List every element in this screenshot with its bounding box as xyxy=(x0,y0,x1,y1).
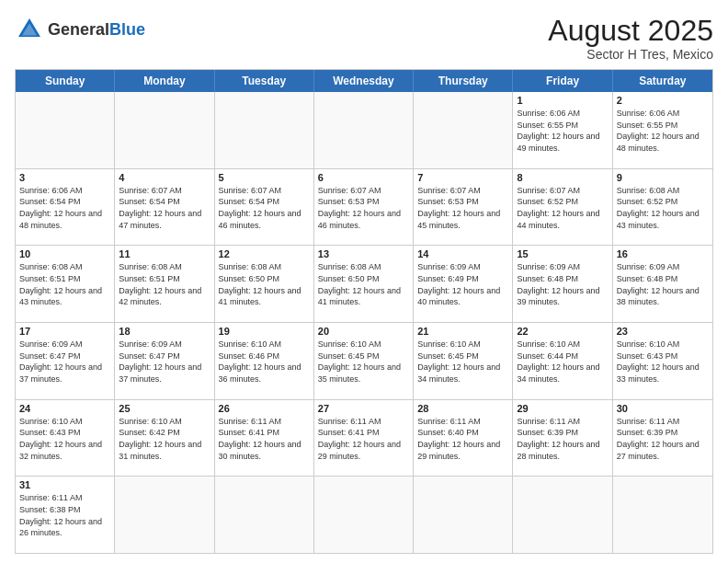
calendar-cell: 10Sunrise: 6:08 AM Sunset: 6:51 PM Dayli… xyxy=(16,246,115,322)
header-day-saturday: Saturday xyxy=(613,70,712,92)
calendar-cell xyxy=(414,477,513,553)
calendar-cell xyxy=(215,92,314,168)
day-number: 23 xyxy=(617,326,709,337)
logo-icon xyxy=(15,15,44,44)
logo-text-general: General xyxy=(48,20,109,39)
day-number: 22 xyxy=(517,326,608,337)
calendar-cell: 19Sunrise: 6:10 AM Sunset: 6:46 PM Dayli… xyxy=(215,323,314,399)
calendar-cell: 14Sunrise: 6:09 AM Sunset: 6:49 PM Dayli… xyxy=(414,246,513,322)
calendar-cell: 8Sunrise: 6:07 AM Sunset: 6:52 PM Daylig… xyxy=(513,169,612,246)
day-number: 18 xyxy=(119,326,210,337)
day-info: Sunrise: 6:09 AM Sunset: 6:47 PM Dayligh… xyxy=(119,339,210,385)
day-number: 30 xyxy=(617,403,709,414)
day-number: 13 xyxy=(318,248,409,259)
day-info: Sunrise: 6:11 AM Sunset: 6:41 PM Dayligh… xyxy=(318,416,409,462)
day-number: 29 xyxy=(517,403,608,414)
day-number: 10 xyxy=(19,248,110,259)
day-number: 27 xyxy=(318,403,409,414)
calendar-cell xyxy=(613,477,712,553)
day-info: Sunrise: 6:07 AM Sunset: 6:53 PM Dayligh… xyxy=(318,185,409,231)
day-number: 9 xyxy=(617,172,709,183)
calendar-cell: 23Sunrise: 6:10 AM Sunset: 6:43 PM Dayli… xyxy=(613,323,712,399)
calendar-cell xyxy=(215,477,314,553)
calendar-cell xyxy=(513,477,612,553)
day-info: Sunrise: 6:10 AM Sunset: 6:43 PM Dayligh… xyxy=(19,416,110,462)
logo-text-blue: Blue xyxy=(109,20,145,39)
calendar-cell: 24Sunrise: 6:10 AM Sunset: 6:43 PM Dayli… xyxy=(16,400,115,477)
logo: GeneralBlue xyxy=(15,15,145,44)
calendar-cell: 16Sunrise: 6:09 AM Sunset: 6:48 PM Dayli… xyxy=(613,246,712,322)
calendar-cell xyxy=(16,92,115,168)
day-number: 1 xyxy=(517,95,608,106)
day-number: 26 xyxy=(219,403,310,414)
subtitle: Sector H Tres, Mexico xyxy=(548,47,713,62)
day-number: 16 xyxy=(617,248,709,259)
calendar-cell: 27Sunrise: 6:11 AM Sunset: 6:41 PM Dayli… xyxy=(314,400,414,477)
calendar-cell: 4Sunrise: 6:07 AM Sunset: 6:54 PM Daylig… xyxy=(115,169,214,246)
calendar-cell: 15Sunrise: 6:09 AM Sunset: 6:48 PM Dayli… xyxy=(513,246,612,322)
day-number: 31 xyxy=(19,479,110,490)
calendar-cell: 20Sunrise: 6:10 AM Sunset: 6:45 PM Dayli… xyxy=(314,323,414,399)
day-info: Sunrise: 6:11 AM Sunset: 6:38 PM Dayligh… xyxy=(19,492,110,538)
calendar-cell xyxy=(414,92,513,168)
day-info: Sunrise: 6:07 AM Sunset: 6:54 PM Dayligh… xyxy=(119,185,210,231)
day-info: Sunrise: 6:10 AM Sunset: 6:45 PM Dayligh… xyxy=(318,339,409,385)
day-number: 17 xyxy=(19,326,110,337)
day-info: Sunrise: 6:06 AM Sunset: 6:54 PM Dayligh… xyxy=(19,185,110,231)
day-info: Sunrise: 6:08 AM Sunset: 6:50 PM Dayligh… xyxy=(219,261,310,307)
day-info: Sunrise: 6:07 AM Sunset: 6:52 PM Dayligh… xyxy=(517,185,608,231)
title-block: August 2025 Sector H Tres, Mexico xyxy=(548,15,713,62)
page: GeneralBlue August 2025 Sector H Tres, M… xyxy=(0,0,728,563)
calendar-row-0: 1Sunrise: 6:06 AM Sunset: 6:55 PM Daylig… xyxy=(16,92,712,168)
calendar-cell: 18Sunrise: 6:09 AM Sunset: 6:47 PM Dayli… xyxy=(115,323,214,399)
day-number: 20 xyxy=(318,326,409,337)
calendar-cell: 26Sunrise: 6:11 AM Sunset: 6:41 PM Dayli… xyxy=(215,400,314,477)
calendar-cell: 12Sunrise: 6:08 AM Sunset: 6:50 PM Dayli… xyxy=(215,246,314,322)
day-number: 8 xyxy=(517,172,608,183)
day-info: Sunrise: 6:06 AM Sunset: 6:55 PM Dayligh… xyxy=(617,108,709,154)
calendar-cell: 3Sunrise: 6:06 AM Sunset: 6:54 PM Daylig… xyxy=(16,169,115,246)
day-number: 14 xyxy=(417,248,508,259)
day-info: Sunrise: 6:11 AM Sunset: 6:39 PM Dayligh… xyxy=(617,416,709,462)
calendar-header: SundayMondayTuesdayWednesdayThursdayFrid… xyxy=(16,70,712,92)
day-info: Sunrise: 6:07 AM Sunset: 6:54 PM Dayligh… xyxy=(219,185,310,231)
header-day-monday: Monday xyxy=(115,70,214,92)
day-number: 28 xyxy=(417,403,508,414)
header: GeneralBlue August 2025 Sector H Tres, M… xyxy=(15,15,713,62)
month-title: August 2025 xyxy=(548,15,713,47)
calendar-cell xyxy=(115,477,214,553)
calendar: SundayMondayTuesdayWednesdayThursdayFrid… xyxy=(15,69,713,554)
header-day-wednesday: Wednesday xyxy=(314,70,414,92)
calendar-cell: 25Sunrise: 6:10 AM Sunset: 6:42 PM Dayli… xyxy=(115,400,214,477)
day-number: 3 xyxy=(19,172,110,183)
day-info: Sunrise: 6:08 AM Sunset: 6:52 PM Dayligh… xyxy=(617,185,709,231)
day-info: Sunrise: 6:11 AM Sunset: 6:40 PM Dayligh… xyxy=(417,416,508,462)
calendar-cell: 21Sunrise: 6:10 AM Sunset: 6:45 PM Dayli… xyxy=(414,323,513,399)
day-info: Sunrise: 6:10 AM Sunset: 6:44 PM Dayligh… xyxy=(517,339,608,385)
day-info: Sunrise: 6:09 AM Sunset: 6:48 PM Dayligh… xyxy=(517,261,608,307)
calendar-cell: 1Sunrise: 6:06 AM Sunset: 6:55 PM Daylig… xyxy=(513,92,612,168)
calendar-cell: 17Sunrise: 6:09 AM Sunset: 6:47 PM Dayli… xyxy=(16,323,115,399)
day-number: 15 xyxy=(517,248,608,259)
calendar-row-3: 17Sunrise: 6:09 AM Sunset: 6:47 PM Dayli… xyxy=(16,322,712,399)
calendar-row-2: 10Sunrise: 6:08 AM Sunset: 6:51 PM Dayli… xyxy=(16,245,712,322)
calendar-cell: 22Sunrise: 6:10 AM Sunset: 6:44 PM Dayli… xyxy=(513,323,612,399)
calendar-row-1: 3Sunrise: 6:06 AM Sunset: 6:54 PM Daylig… xyxy=(16,168,712,246)
calendar-cell: 28Sunrise: 6:11 AM Sunset: 6:40 PM Dayli… xyxy=(414,400,513,477)
header-day-thursday: Thursday xyxy=(414,70,513,92)
day-info: Sunrise: 6:09 AM Sunset: 6:47 PM Dayligh… xyxy=(19,339,110,385)
day-number: 21 xyxy=(417,326,508,337)
day-number: 24 xyxy=(19,403,110,414)
day-info: Sunrise: 6:09 AM Sunset: 6:48 PM Dayligh… xyxy=(617,261,709,307)
calendar-cell: 11Sunrise: 6:08 AM Sunset: 6:51 PM Dayli… xyxy=(115,246,214,322)
day-info: Sunrise: 6:07 AM Sunset: 6:53 PM Dayligh… xyxy=(417,185,508,231)
day-number: 7 xyxy=(417,172,508,183)
day-number: 11 xyxy=(119,248,210,259)
calendar-cell xyxy=(115,92,214,168)
calendar-cell xyxy=(314,92,414,168)
day-info: Sunrise: 6:09 AM Sunset: 6:49 PM Dayligh… xyxy=(417,261,508,307)
calendar-cell: 13Sunrise: 6:08 AM Sunset: 6:50 PM Dayli… xyxy=(314,246,414,322)
day-info: Sunrise: 6:06 AM Sunset: 6:55 PM Dayligh… xyxy=(517,108,608,154)
calendar-cell xyxy=(314,477,414,553)
day-number: 4 xyxy=(119,172,210,183)
